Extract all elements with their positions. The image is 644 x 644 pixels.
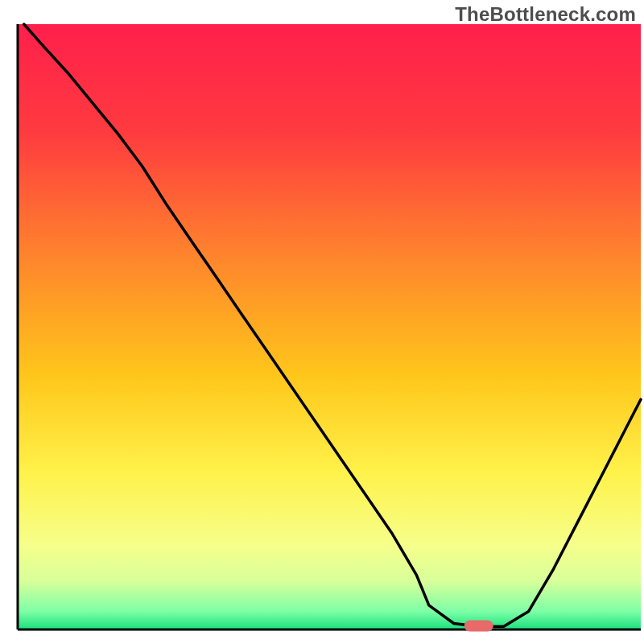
optimal-marker <box>464 620 493 631</box>
watermark-text: TheBottleneck.com <box>455 3 636 26</box>
chart-svg <box>0 0 644 644</box>
plot-gradient-bg <box>18 24 641 630</box>
bottleneck-chart <box>0 0 644 644</box>
